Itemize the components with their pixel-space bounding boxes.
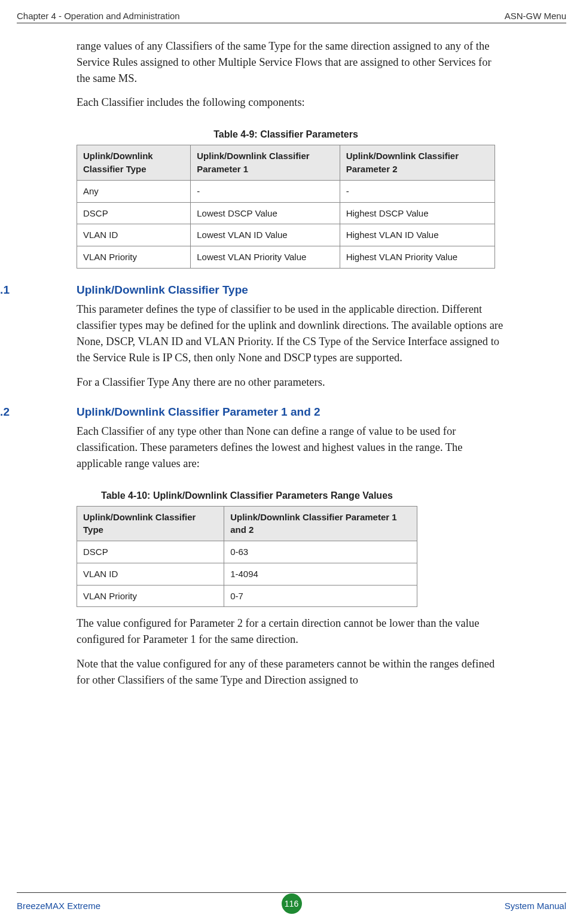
section-title: Uplink/Downlink Classifier Type (77, 282, 248, 298)
table-row: DSCP Lowest DSCP Value Highest DSCP Valu… (77, 202, 495, 224)
section-number: 4.6.2.7.2 (0, 404, 77, 420)
col-header: Uplink/Downlink Classifier Parameter 1 (191, 145, 340, 181)
cell: Lowest VLAN ID Value (191, 224, 340, 246)
footer-rule (17, 892, 566, 893)
page-number-badge: 116 (282, 893, 302, 914)
cell: Lowest DSCP Value (191, 202, 340, 224)
classifier-range-values-table: Uplink/Downlink Classifier Type Uplink/D… (77, 506, 417, 608)
section-body-1: This parameter defines the type of class… (77, 301, 507, 390)
cell: Highest VLAN ID Value (340, 224, 495, 246)
table-caption-1: Table 4-9: Classifier Parameters (77, 127, 495, 141)
table-row: VLAN ID 1-4094 (77, 563, 417, 585)
col-header: Uplink/Downlink Classifier Parameter 1 a… (224, 506, 417, 541)
page-body: range values of any Classifiers of the s… (77, 35, 507, 697)
cell: VLAN Priority (77, 246, 191, 269)
section-body-2: Each Classifier of any type other than N… (77, 423, 507, 471)
table-row: DSCP 0-63 (77, 541, 417, 563)
classifier-parameters-table: Uplink/Downlink Classifier Type Uplink/D… (77, 145, 495, 269)
cell: 0-7 (224, 585, 417, 607)
paragraph: The value configured for Parameter 2 for… (77, 615, 507, 648)
paragraph: Note that the value configured for any o… (77, 656, 507, 688)
page-header: Chapter 4 - Operation and Administration… (17, 11, 566, 21)
lead-paragraph: Each Classifier includes the following c… (77, 94, 507, 111)
cell: 1-4094 (224, 563, 417, 585)
col-header: Uplink/Downlink Classifier Type (77, 506, 224, 541)
table-caption-2: Table 4-10: Uplink/Downlink Classifier P… (77, 489, 417, 502)
col-header: Uplink/Downlink Classifier Type (77, 145, 191, 181)
section-title: Uplink/Downlink Classifier Parameter 1 a… (77, 404, 321, 420)
cell: 0-63 (224, 541, 417, 563)
table-row: VLAN Priority Lowest VLAN Priority Value… (77, 246, 495, 269)
col-header: Uplink/Downlink Classifier Parameter 2 (340, 145, 495, 181)
cell: Highest DSCP Value (340, 202, 495, 224)
header-chapter: Chapter 4 - Operation and Administration (17, 11, 180, 21)
cell: - (340, 180, 495, 202)
cell: Lowest VLAN Priority Value (191, 246, 340, 269)
table-header-row: Uplink/Downlink Classifier Type Uplink/D… (77, 145, 495, 181)
cell: VLAN ID (77, 224, 191, 246)
section-heading-1: 4.6.2.7.1 Uplink/Downlink Classifier Typ… (77, 282, 507, 298)
footer-doc-title: System Manual (505, 901, 566, 911)
header-menu: ASN-GW Menu (505, 11, 566, 21)
table-row: Any - - (77, 180, 495, 202)
table-row: VLAN Priority 0-7 (77, 585, 417, 607)
cell: VLAN Priority (77, 585, 224, 607)
page: Chapter 4 - Operation and Administration… (0, 0, 583, 924)
footer-product: BreezeMAX Extreme (17, 901, 100, 911)
paragraph: This parameter defines the type of class… (77, 301, 507, 365)
cell: DSCP (77, 202, 191, 224)
section-heading-2: 4.6.2.7.2 Uplink/Downlink Classifier Par… (77, 404, 507, 420)
section-number: 4.6.2.7.1 (0, 282, 77, 298)
cell: Any (77, 180, 191, 202)
table-row: VLAN ID Lowest VLAN ID Value Highest VLA… (77, 224, 495, 246)
cell: DSCP (77, 541, 224, 563)
paragraph: Each Classifier of any type other than N… (77, 423, 507, 471)
carryover-paragraph: range values of any Classifiers of the s… (77, 38, 507, 86)
page-footer: BreezeMAX Extreme 116 System Manual (17, 894, 566, 912)
cell: - (191, 180, 340, 202)
header-rule (17, 23, 566, 23)
cell: Highest VLAN Priority Value (340, 246, 495, 269)
table-header-row: Uplink/Downlink Classifier Type Uplink/D… (77, 506, 417, 541)
paragraph: For a Classifier Type Any there are no o… (77, 374, 507, 391)
cell: VLAN ID (77, 563, 224, 585)
